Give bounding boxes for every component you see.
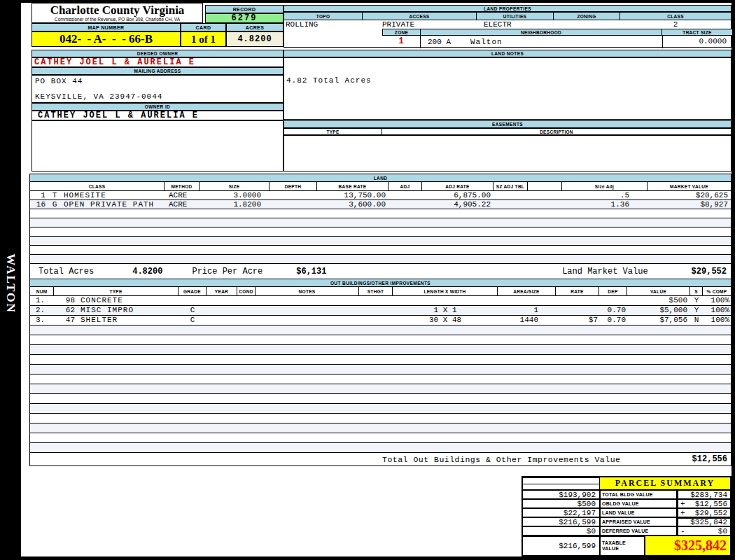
property-record-card-page: WALTON Charlotte County Virginia Commiss… <box>0 0 735 560</box>
price-per-acre-value: $6,131 <box>296 267 326 276</box>
mailing-address-box: PO BOX 44 KEYSVILLE, VA 23947-0044 <box>31 75 284 103</box>
county-title: Charlotte County Virginia <box>32 4 202 17</box>
land-adj <box>388 200 422 209</box>
ob-area-size: 1440 <box>498 316 556 325</box>
land-totals-row: Total Acres 4.8200 Price Per Acre $6,131… <box>30 264 731 279</box>
ob-empty-row <box>30 326 731 335</box>
ps-right-value: $283,734 <box>690 491 727 499</box>
ps-left-value: $500 <box>523 499 600 508</box>
land-depth <box>270 200 317 209</box>
land-empty-row <box>30 227 731 237</box>
land-table-header-row: CLASS METHOD SIZE DEPTH BASE RATE ADJ AD… <box>30 182 731 191</box>
land-base-rate: 13,750.00 <box>317 191 388 200</box>
ob-s: Y <box>690 306 703 315</box>
tract-size-value: 0.0000 <box>662 36 732 48</box>
card-value: 1 of 1 <box>181 31 226 47</box>
ps-right-value: $0 <box>718 527 727 536</box>
ob-cond <box>237 296 255 305</box>
ob-length-width <box>393 296 498 305</box>
acres-value: 4.8200 <box>226 31 284 47</box>
ps-right-value: $325,842 <box>690 518 727 526</box>
ob-cond <box>237 316 255 325</box>
out-buildings-table: OUT BUILDINGS/OTHER IMPROVEMENTS NUM TYP… <box>29 279 732 466</box>
address-line1: PO BOX 44 <box>35 77 83 85</box>
land-size-adj: .5 <box>562 191 648 200</box>
ob-length-width: 30 X 48 <box>393 316 498 325</box>
total-acres-value: 4.8200 <box>132 267 162 276</box>
topo-label: TOPO <box>284 13 363 20</box>
parcel-summary-title-row: PARCEL SUMMARY <box>523 477 730 490</box>
land-size-adj: 1.36 <box>562 200 648 209</box>
land-method: ACRE <box>164 191 200 200</box>
ob-dep: 0.70 <box>599 306 627 315</box>
out-buildings-header-row: NUM TYPE GRADE YEAR COND NOTES STHGT LEN… <box>30 287 731 296</box>
land-notes-box: 4.82 Total Acres <box>284 57 732 120</box>
land-class-name: OPEN PRIVATE PATH <box>64 200 164 209</box>
land-row: 1THOMESITE ACRE 3.0000 13,750.00 6,875.0… <box>30 191 731 200</box>
acres-label: ACRES <box>226 23 284 31</box>
land-header-base-rate: BASE RATE <box>317 182 388 190</box>
ob-type-code: 62 <box>54 306 75 315</box>
ob-num: 1. <box>30 296 54 305</box>
land-size: 1.8200 <box>200 200 270 209</box>
land-row: 16GOPEN PRIVATE PATH ACRE 1.8200 3,600.0… <box>30 200 731 209</box>
ps-label: LAND VALUE <box>600 508 677 517</box>
parcel-summary-title: PARCEL SUMMARY <box>600 477 730 490</box>
out-buildings-total-value: $12,556 <box>692 454 727 464</box>
out-buildings-title: OUT BUILDINGS/OTHER IMPROVEMENTS <box>30 279 731 287</box>
ob-empty-row <box>30 374 731 384</box>
ob-type-code: 98 <box>54 296 75 305</box>
ob-empty-row <box>30 394 731 404</box>
land-header-adj-rate: ADJ RATE <box>422 182 493 190</box>
ob-area-size: 1 <box>498 306 556 315</box>
land-market-value-total: $29,552 <box>692 267 727 276</box>
ob-pct-comp: 100% <box>703 316 731 325</box>
parcel-summary-row: $193,902 TOTAL BLDG VALUE $283,734 <box>523 490 730 499</box>
owner-notes-empty-box <box>31 120 284 172</box>
ps-left-value: $0 <box>523 526 600 536</box>
ob-header-num: NUM <box>30 287 54 295</box>
ob-type-name: CONCRETE <box>80 296 123 305</box>
neighborhood-value: 200 A Walton <box>421 36 662 48</box>
ob-header-area-size: AREA/SIZE <box>498 287 556 295</box>
zone-header-row: ZONE NEIGHBORHOOD TRACT SIZE <box>382 29 732 36</box>
land-market-value: $8,927 <box>648 200 731 209</box>
ob-cond <box>237 306 255 315</box>
zone-label: ZONE <box>382 29 421 36</box>
ob-empty-row <box>30 433 731 443</box>
land-header-blank <box>528 182 562 190</box>
land-properties-box: TOPO ACCESS UTILITIES ZONING CLASS ROLLI… <box>284 12 732 48</box>
parcel-summary-blank-cell <box>523 477 600 490</box>
zone-value-row: 1 200 A Walton 0.0000 <box>382 36 732 48</box>
land-table: LAND CLASS METHOD SIZE DEPTH BASE RATE A… <box>29 174 732 280</box>
price-per-acre-label: Price Per Acre <box>192 267 262 276</box>
address-line2: KEYSVILLE, VA 23947-0044 <box>35 92 162 101</box>
land-adj <box>388 191 422 200</box>
ob-type-code: 47 <box>54 316 75 325</box>
district-sidebar: WALTON <box>0 241 21 326</box>
easement-type-label: TYPE <box>284 129 382 134</box>
land-sz-adj-tbl <box>493 191 528 200</box>
ob-num: 2. <box>30 306 54 315</box>
ps-right-value: $29,552 <box>695 509 727 517</box>
parcel-summary: PARCEL SUMMARY $193,902 TOTAL BLDG VALUE… <box>522 476 732 556</box>
deeded-owner-name: CATHEY JOEL L & AURELIA E <box>31 57 284 67</box>
ob-empty-row <box>30 365 731 374</box>
land-depth <box>270 191 317 200</box>
out-building-row: 2. 62MISC IMPRO C 1 X 1 1 0.70 $5,000 Y … <box>30 306 731 316</box>
ps-label: TOTAL BLDG VALUE <box>600 490 677 499</box>
land-empty-row <box>30 209 731 218</box>
ob-header-year: YEAR <box>206 287 237 295</box>
ob-header-value: VALUE <box>627 287 690 295</box>
land-table-rows: 1THOMESITE ACRE 3.0000 13,750.00 6,875.0… <box>30 191 731 264</box>
ps-sign: + <box>680 509 685 517</box>
ob-value: $7,056 <box>627 316 690 325</box>
ob-rate: $7 <box>556 316 599 325</box>
ob-length-width: 1 X 1 <box>393 306 498 315</box>
ob-notes <box>255 296 359 305</box>
record-value: 6279 <box>205 13 284 23</box>
class-label: CLASS <box>620 13 731 20</box>
ob-empty-row <box>30 443 731 453</box>
land-market-value: $20,625 <box>648 191 731 200</box>
land-empty-row <box>30 218 731 227</box>
